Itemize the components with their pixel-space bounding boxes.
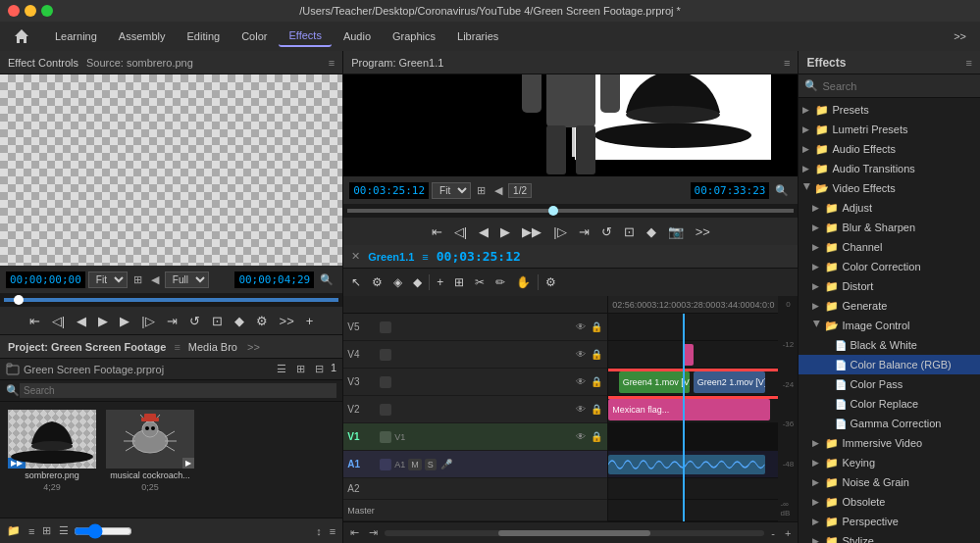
prog-btn-cam[interactable]: 📷 <box>664 222 688 241</box>
tl-ripple[interactable]: ⊞ <box>450 273 468 291</box>
track-v2-sync[interactable] <box>380 404 391 416</box>
program-monitor-menu[interactable]: ≡ <box>784 57 790 69</box>
effect-zoom-btn[interactable]: 🔍 <box>317 272 336 287</box>
program-scrub-bar[interactable] <box>343 204 798 218</box>
btn-next-frame[interactable]: ▶ <box>116 312 133 330</box>
project-search-input[interactable] <box>20 383 336 398</box>
track-v5-content[interactable] <box>608 314 778 341</box>
btn-markers[interactable]: ◆ <box>231 312 248 330</box>
menu-libraries[interactable]: Libraries <box>447 26 508 46</box>
minimize-button[interactable] <box>25 5 36 17</box>
program-ctrl1[interactable]: ⊞ <box>474 183 489 198</box>
project-item-sombrero[interactable]: ▶▶ sombrero.png 4;29 <box>8 410 96 492</box>
track-v3-eye[interactable]: 👁 <box>574 375 588 389</box>
tree-perspective[interactable]: ▶ 📁 Perspective <box>799 512 980 531</box>
tl-goto-end[interactable]: ⇥ <box>366 525 381 540</box>
effects-menu-icon[interactable]: ≡ <box>966 57 972 69</box>
effect-scrub-track[interactable] <box>4 298 338 302</box>
track-a1-mute[interactable]: M <box>408 459 422 470</box>
tree-generate[interactable]: ▶ 📁 Generate <box>799 296 980 316</box>
track-v4-content[interactable] <box>608 341 778 369</box>
tl-pen[interactable]: ✏ <box>491 273 509 291</box>
media-browser-tab[interactable]: Media Bro <box>188 341 237 353</box>
prog-btn-prev-frame[interactable]: ◀ <box>475 222 492 241</box>
prog-btn-play[interactable]: ▶ <box>496 222 514 241</box>
project-list-view[interactable]: ☰ <box>274 362 289 376</box>
track-v2-eye[interactable]: 👁 <box>574 403 588 417</box>
track-a1-sync[interactable] <box>380 459 391 470</box>
menu-learning[interactable]: Learning <box>45 26 107 46</box>
home-icon[interactable] <box>8 23 35 50</box>
track-v4-sync[interactable] <box>380 349 391 361</box>
tl-zoom-out[interactable]: - <box>768 526 778 540</box>
track-a1-mic[interactable]: 🎤 <box>439 458 453 471</box>
program-scrub-handle[interactable] <box>548 206 558 216</box>
tl-hand[interactable]: ✋ <box>512 273 535 291</box>
track-v5-lock[interactable]: 🔒 <box>590 321 603 334</box>
project-list-btn[interactable]: ☰ <box>56 523 72 538</box>
prog-btn-step-back[interactable]: ◁| <box>450 222 471 241</box>
btn-to-out[interactable]: ⇥ <box>163 312 181 330</box>
btn-add[interactable]: + <box>302 312 318 330</box>
track-a2-content[interactable] <box>608 478 778 500</box>
effects-search-input[interactable] <box>822 80 974 92</box>
project-item-cockroach[interactable]: ▶ musical cockroach... 0;25 <box>106 410 194 492</box>
tree-audio-transitions[interactable]: ▶ 📁 Audio Transitions <box>799 159 980 178</box>
tl-selection-tool[interactable]: ↖ <box>347 273 365 291</box>
track-v5-eye[interactable]: 👁 <box>574 321 588 334</box>
track-v3-lock[interactable]: 🔒 <box>590 375 603 389</box>
tl-edit-tool[interactable]: ⚙ <box>368 273 387 291</box>
tree-adjust[interactable]: ▶ 📁 Adjust <box>799 198 980 218</box>
clip-green2[interactable]: Green2 1.mov [V] <box>694 371 765 393</box>
track-v4-lock[interactable]: 🔒 <box>590 348 603 362</box>
zoom-slider[interactable] <box>74 523 132 539</box>
program-fit-select[interactable]: Fit <box>432 182 471 199</box>
track-v1-sync[interactable] <box>380 431 391 443</box>
menu-effects[interactable]: Effects <box>279 25 331 47</box>
project-more[interactable]: ≡ <box>327 524 338 538</box>
tree-color-replace[interactable]: ▶ 📄 Color Replace <box>799 394 980 414</box>
btn-safe[interactable]: ⊡ <box>208 312 227 330</box>
tree-obsolete[interactable]: ▶ 📁 Obsolete <box>799 492 980 512</box>
menu-more[interactable]: >> <box>948 26 972 46</box>
tree-color-pass[interactable]: ▶ 📄 Color Pass <box>799 374 980 394</box>
effect-ctrl-btn2[interactable]: ◀ <box>148 272 162 287</box>
timeline-close[interactable]: ✕ <box>351 250 360 263</box>
tree-audio-effects[interactable]: ▶ 📁 Audio Effects <box>799 139 980 159</box>
track-v1-content[interactable] <box>608 423 778 451</box>
tl-marker-tool[interactable]: ◆ <box>409 273 426 291</box>
track-v2-content[interactable]: Mexican flag... <box>608 396 778 423</box>
track-master-content[interactable] <box>608 500 778 521</box>
clip-green4[interactable]: Green4 1.mov [V] <box>619 371 691 393</box>
track-v2-lock[interactable]: 🔒 <box>590 403 603 417</box>
btn-step-back[interactable]: ◁| <box>48 312 69 330</box>
menu-assembly[interactable]: Assembly <box>109 26 176 46</box>
tree-gamma-correction[interactable]: ▶ 📄 Gamma Correction <box>799 414 980 433</box>
tree-image-control[interactable]: ▶ 📂 Image Control <box>799 316 980 335</box>
tree-black-white[interactable]: ▶ 📄 Black & White <box>799 335 980 355</box>
clip-mexican-flag[interactable]: Mexican flag... <box>608 399 770 420</box>
track-v3-sync[interactable] <box>380 376 391 388</box>
timeline-scrollbar[interactable] <box>385 530 764 536</box>
menu-editing[interactable]: Editing <box>178 26 231 46</box>
tl-goto-start[interactable]: ⇤ <box>347 525 362 540</box>
program-scrub-track[interactable] <box>347 209 794 213</box>
track-v3-content[interactable]: Green4 1.mov [V] Green2 1.mov [V] <box>608 369 778 396</box>
track-v1-lock[interactable]: 🔒 <box>590 430 603 444</box>
tree-color-correction[interactable]: ▶ 📁 Color Correction <box>799 257 980 276</box>
tree-lumetri-presets[interactable]: ▶ 📁 Lumetri Presets <box>799 120 980 139</box>
effect-fit-select[interactable]: Fit <box>88 272 128 288</box>
menu-color[interactable]: Color <box>232 26 277 46</box>
track-a1-solo[interactable]: S <box>425 459 437 470</box>
btn-play[interactable]: ▶ <box>94 312 112 330</box>
prog-btn-markers[interactable]: ◆ <box>643 222 660 241</box>
window-controls[interactable] <box>8 5 53 17</box>
menu-audio[interactable]: Audio <box>334 26 381 46</box>
track-v1-eye[interactable]: 👁 <box>574 430 588 444</box>
prog-btn-to-out[interactable]: ⇥ <box>575 222 593 241</box>
tl-snap-tool[interactable]: ◈ <box>389 273 406 291</box>
tree-noise-grain[interactable]: ▶ 📁 Noise & Grain <box>799 472 980 492</box>
timeline-scroll-thumb[interactable] <box>498 530 650 536</box>
effect-scrub-handle[interactable] <box>14 295 24 305</box>
tree-presets[interactable]: ▶ 📁 Presets <box>799 100 980 120</box>
